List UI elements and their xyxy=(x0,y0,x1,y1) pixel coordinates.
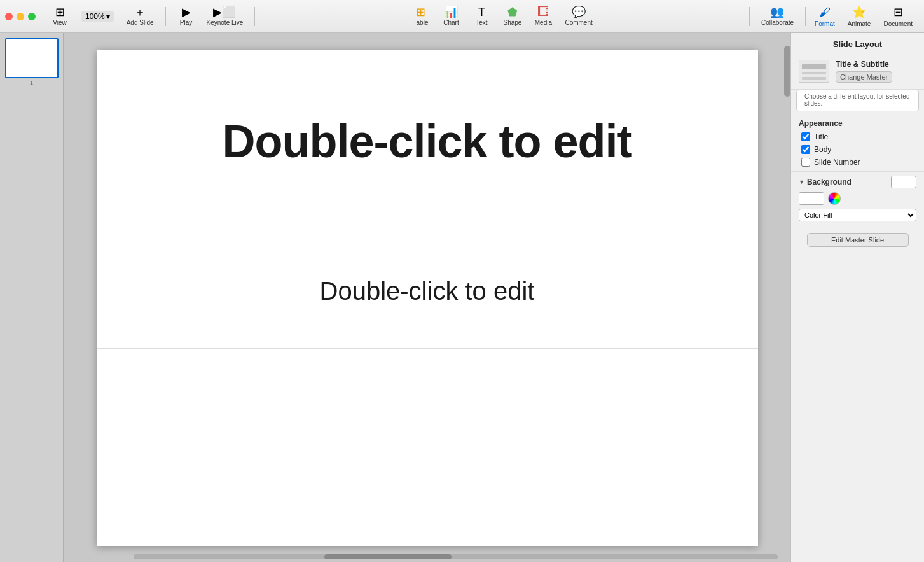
color-wheel-icon[interactable] xyxy=(828,192,841,205)
text-icon: T xyxy=(478,6,485,18)
play-button[interactable]: ▶ Play xyxy=(172,4,200,29)
color-fill-select[interactable]: Color Fill xyxy=(799,209,916,221)
document-icon: ⊟ xyxy=(893,5,903,19)
slide-title-text[interactable]: Double-click to edit xyxy=(222,115,631,167)
view-label: View xyxy=(53,19,67,26)
slide-canvas[interactable]: Double-click to edit Double-click to edi… xyxy=(97,50,758,546)
collapse-icon[interactable]: ▼ xyxy=(799,179,804,185)
title-label: Title xyxy=(814,132,828,141)
separator-3 xyxy=(749,7,750,26)
layout-thumb-line1 xyxy=(802,64,826,69)
view-button[interactable]: ⊞ View xyxy=(46,4,74,29)
title-checkbox[interactable] xyxy=(801,132,810,141)
chart-button[interactable]: 📊 Chart xyxy=(437,4,465,29)
add-slide-label: Add Slide xyxy=(127,19,154,26)
color-fill-swatch[interactable] xyxy=(799,192,824,205)
chart-label: Chart xyxy=(443,19,459,26)
layout-tooltip: Choose a different layout for selected s… xyxy=(796,90,919,111)
text-label: Text xyxy=(476,19,487,26)
maximize-button[interactable] xyxy=(28,13,36,20)
zoom-control[interactable]: 100% ▾ xyxy=(81,11,114,22)
collaborate-label: Collaborate xyxy=(761,19,794,26)
view-icon: ⊞ xyxy=(55,6,65,18)
slide-number-checkbox[interactable] xyxy=(801,158,810,167)
right-panel-header: Slide Layout xyxy=(791,33,924,53)
slide-title-area[interactable]: Double-click to edit xyxy=(97,50,758,234)
separator-4 xyxy=(805,7,806,26)
main-area: 1 Double-click to edit Double-click to e… xyxy=(0,33,924,562)
tab-animate[interactable]: ⭐ Animate xyxy=(841,3,878,30)
keynote-live-button[interactable]: ▶⬜ Keynote Live xyxy=(202,4,249,29)
table-button[interactable]: ⊞ Table xyxy=(406,4,434,29)
body-label: Body xyxy=(814,145,831,154)
color-fill-row xyxy=(799,192,916,205)
format-icon: 🖌 xyxy=(819,6,831,19)
h-scrollbar-thumb[interactable] xyxy=(324,554,452,559)
separator-1 xyxy=(165,7,166,26)
document-label: Document xyxy=(883,20,913,27)
background-color-swatch[interactable] xyxy=(891,176,916,188)
animate-icon: ⭐ xyxy=(852,5,866,19)
zoom-value: 100% xyxy=(85,12,105,21)
slide-body-area xyxy=(97,349,758,546)
text-button[interactable]: T Text xyxy=(467,4,495,29)
slide-number-label: Slide Number xyxy=(814,158,860,167)
body-checkbox[interactable] xyxy=(801,145,810,154)
layout-name: Title & Subtitle xyxy=(836,60,892,69)
zoom-group: 100% ▾ xyxy=(78,11,118,22)
insert-tools: ⊞ Table 📊 Chart T Text ⬟ Shape 🎞 Media 💬… xyxy=(258,4,747,29)
slide-subtitle-area[interactable]: Double-click to edit xyxy=(97,234,758,349)
play-group: ▶ Play ▶⬜ Keynote Live xyxy=(169,4,252,29)
vertical-scrollbar[interactable] xyxy=(783,33,790,562)
layout-thumb-line2 xyxy=(802,72,826,74)
background-header: ▼ Background xyxy=(799,176,916,188)
media-button[interactable]: 🎞 Media xyxy=(529,4,557,29)
tab-format[interactable]: 🖌 Format xyxy=(808,3,841,30)
slide-subtitle-text[interactable]: Double-click to edit xyxy=(320,277,535,306)
animate-label: Animate xyxy=(848,20,871,27)
slide-layout-preview: Title & Subtitle Change Master xyxy=(791,53,924,90)
layout-thumb xyxy=(799,60,829,83)
table-icon: ⊞ xyxy=(416,6,425,18)
horizontal-scrollbar[interactable] xyxy=(134,554,778,559)
shape-icon: ⬟ xyxy=(507,6,518,18)
collaborate-icon: 👥 xyxy=(770,6,784,18)
appearance-slide-number-item: Slide Number xyxy=(791,156,924,169)
appearance-body-item: Body xyxy=(791,143,924,156)
edit-master-slide-button[interactable]: Edit Master Slide xyxy=(807,233,909,247)
scrollbar-thumb[interactable] xyxy=(784,46,790,97)
slide-number: 1 xyxy=(5,80,58,86)
comment-icon: 💬 xyxy=(572,6,586,18)
media-label: Media xyxy=(535,19,552,26)
window-controls xyxy=(5,13,36,20)
panel-tabs: 🖌 Format ⭐ Animate ⊟ Document xyxy=(808,3,919,30)
play-label: Play xyxy=(180,19,192,26)
add-slide-group: ＋ Add Slide xyxy=(118,4,163,29)
layout-thumb-line3 xyxy=(802,77,826,80)
add-slide-button[interactable]: ＋ Add Slide xyxy=(121,4,159,29)
comment-label: Comment xyxy=(565,19,592,26)
background-label: Background xyxy=(807,178,852,186)
view-group: ⊞ View xyxy=(42,4,78,29)
slide-thumbnail-1[interactable] xyxy=(5,38,59,78)
background-section: ▼ Background Color Fill xyxy=(791,171,924,225)
keynote-live-icon: ▶⬜ xyxy=(213,6,236,18)
add-slide-icon: ＋ xyxy=(134,6,146,18)
slide-thumb-inner xyxy=(6,39,57,77)
separator-2 xyxy=(254,7,255,26)
format-label: Format xyxy=(815,20,835,27)
right-panel: Slide Layout Title & Subtitle Change Mas… xyxy=(790,33,924,562)
comment-button[interactable]: 💬 Comment xyxy=(560,4,597,29)
color-fill-control: Color Fill xyxy=(799,209,916,221)
appearance-title-item: Title xyxy=(791,130,924,143)
change-master-button[interactable]: Change Master xyxy=(836,71,892,83)
minimize-button[interactable] xyxy=(17,13,24,20)
play-icon: ▶ xyxy=(182,6,191,18)
shape-button[interactable]: ⬟ Shape xyxy=(498,4,527,29)
tab-document[interactable]: ⊟ Document xyxy=(877,3,919,30)
slide-panel: 1 xyxy=(0,33,64,562)
layout-info: Title & Subtitle Change Master xyxy=(836,60,892,83)
shape-label: Shape xyxy=(503,19,521,26)
close-button[interactable] xyxy=(5,13,13,20)
collaborate-button[interactable]: 👥 Collaborate xyxy=(756,4,799,29)
